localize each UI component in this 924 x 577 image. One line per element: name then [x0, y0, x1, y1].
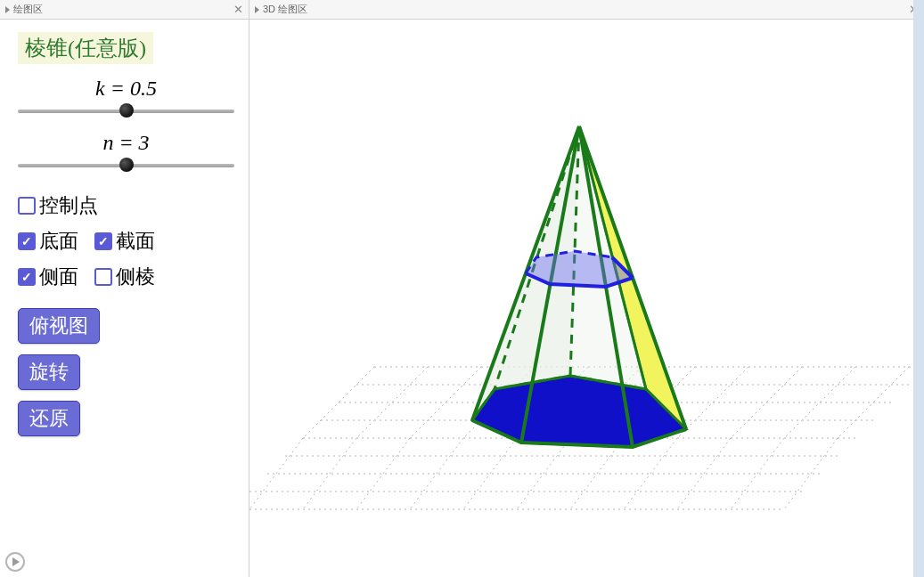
expand-icon[interactable] [255, 6, 259, 13]
play-button[interactable] [5, 552, 25, 572]
pyramid-svg [249, 20, 924, 577]
check-label: 控制点 [39, 192, 98, 219]
sidebar-header: 绘图区 ✕ [0, 0, 249, 20]
button-stack: 俯视图 旋转 还原 [18, 308, 234, 436]
title-badge: 棱锥(任意版) [18, 32, 153, 64]
checkbox-icon [18, 268, 36, 286]
main-header: 3D 绘图区 ✕ [249, 0, 924, 20]
check-section[interactable]: 截面 [94, 228, 155, 255]
check-side-edge[interactable]: 侧棱 [94, 264, 155, 290]
main-view: 3D 绘图区 ✕ [249, 0, 924, 577]
slider-k[interactable] [18, 104, 234, 118]
check-base[interactable]: 底面 [18, 228, 78, 255]
check-label: 侧面 [39, 264, 78, 290]
checkbox-icon [18, 197, 36, 215]
slider-n[interactable] [18, 158, 234, 173]
check-label: 截面 [116, 228, 155, 255]
reset-button[interactable]: 还原 [18, 401, 80, 436]
checkbox-block: 控制点 底面 截面 侧面 [18, 192, 234, 290]
rotate-button[interactable]: 旋转 [18, 354, 80, 390]
slider-k-thumb[interactable] [119, 103, 134, 118]
check-label: 底面 [39, 228, 78, 255]
checkbox-icon [94, 232, 112, 250]
check-side-face[interactable]: 侧面 [18, 264, 78, 290]
slider-n-thumb[interactable] [119, 158, 134, 172]
expand-icon[interactable] [5, 6, 10, 13]
check-label: 侧棱 [116, 264, 155, 290]
top-view-button[interactable]: 俯视图 [18, 308, 100, 344]
main-header-label: 3D 绘图区 [263, 3, 307, 16]
checkbox-icon [18, 232, 36, 250]
slider-k-label: k = 0.5 [18, 77, 234, 101]
scrollbar-right[interactable] [913, 0, 924, 577]
view-3d[interactable] [249, 20, 924, 577]
checkbox-icon [94, 268, 112, 286]
close-icon[interactable]: ✕ [233, 3, 243, 16]
slider-n-label: n = 3 [18, 131, 234, 155]
sidebar: 绘图区 ✕ 棱锥(任意版) k = 0.5 n = 3 [0, 0, 249, 577]
sidebar-header-label: 绘图区 [13, 3, 43, 16]
check-control-points[interactable]: 控制点 [18, 192, 98, 219]
sidebar-body: 棱锥(任意版) k = 0.5 n = 3 控制点 [0, 20, 249, 577]
